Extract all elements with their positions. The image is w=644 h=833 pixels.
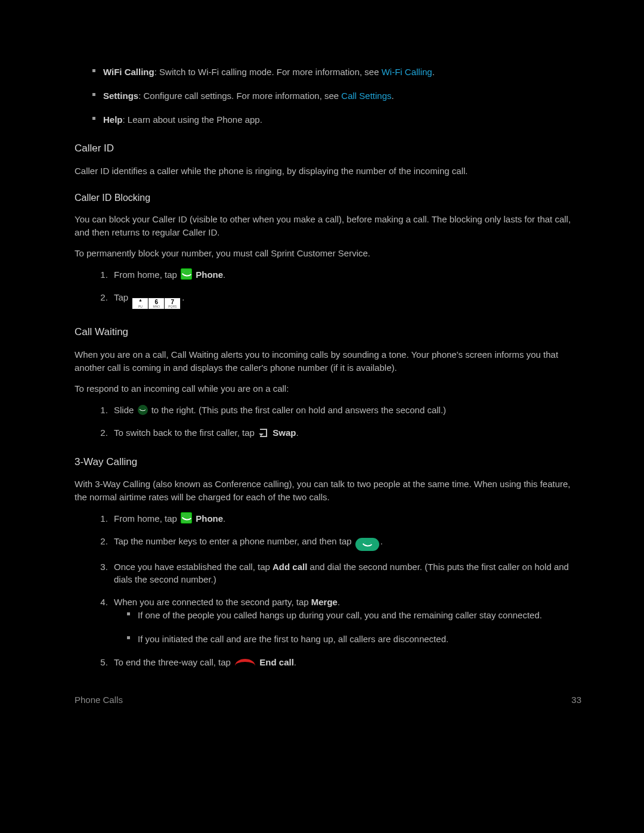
- blocking-step-2: Tap *PU 6MNO 7PQRS .: [110, 291, 581, 310]
- link-call-settings[interactable]: Call Settings: [341, 91, 391, 101]
- step-bold: Add call: [273, 562, 307, 572]
- paragraph-blocking-1: You can block your Caller ID (visible to…: [75, 213, 581, 239]
- document-page: WiFi Calling: Switch to Wi-Fi calling mo…: [0, 0, 644, 833]
- footer-page-number: 33: [571, 693, 581, 707]
- waiting-step-2: To switch back to the first caller, tap …: [110, 426, 581, 439]
- step-text-post: to the right. (This puts the first calle…: [149, 405, 447, 415]
- threeway-step-5: To end the three-way call, tap End call.: [110, 656, 581, 669]
- paragraph-waiting-1: When you are on a call, Call Waiting ale…: [75, 348, 581, 374]
- key-star: *PU: [132, 298, 148, 309]
- step-text-pre: Tap the number keys to enter a phone num…: [114, 536, 354, 546]
- page-footer: Phone Calls 33: [75, 693, 581, 707]
- bullet-text: : Configure call settings. For more info…: [138, 91, 341, 101]
- step-text-post: .: [338, 597, 340, 607]
- threeway-sub-1: If one of the people you called hangs up…: [138, 609, 581, 622]
- step-text-post: .: [223, 513, 225, 524]
- step-text-post: .: [223, 270, 225, 280]
- step-bold: Phone: [196, 513, 223, 524]
- link-wifi-calling[interactable]: Wi-Fi Calling: [382, 67, 432, 77]
- step-text-post: .: [380, 536, 383, 546]
- step-text-pre: From home, tap: [114, 270, 179, 280]
- step-bold: Phone: [196, 270, 223, 280]
- phone-app-icon: [181, 268, 192, 280]
- answer-slide-icon: [138, 405, 148, 415]
- step-text-pre: Once you have established the call, tap: [114, 562, 273, 572]
- step-text-pre: From home, tap: [114, 513, 179, 524]
- step-text-post: .: [294, 657, 296, 667]
- end-call-icon: [235, 658, 255, 667]
- key-6: 6MNO: [148, 298, 164, 309]
- dialpad-keys-icon: *PU 6MNO 7PQRS: [132, 298, 181, 309]
- bullet-wifi-calling: WiFi Calling: Switch to Wi-Fi calling mo…: [103, 66, 581, 79]
- step-text-post: .: [182, 292, 184, 302]
- heading-call-waiting: Call Waiting: [75, 325, 581, 340]
- blocking-step-1: From home, tap Phone.: [110, 268, 581, 281]
- bullet-label: WiFi Calling: [103, 67, 154, 77]
- threeway-step-1: From home, tap Phone.: [110, 512, 581, 525]
- threeway-substeps: If one of the people you called hangs up…: [114, 609, 581, 646]
- bullet-settings: Settings: Configure call settings. For m…: [103, 89, 581, 103]
- heading-caller-id: Caller ID: [75, 141, 581, 156]
- bullet-label: Help: [103, 114, 123, 125]
- threeway-step-3: Once you have established the call, tap …: [110, 561, 581, 587]
- waiting-step-1: Slide to the right. (This puts the first…: [110, 404, 581, 417]
- step-bold: Swap: [273, 428, 296, 438]
- step-bold: End call: [259, 657, 294, 667]
- bullet-label: Settings: [103, 91, 138, 101]
- heading-three-way: 3-Way Calling: [75, 455, 581, 470]
- paragraph-blocking-2: To permanently block your number, you mu…: [75, 247, 581, 260]
- step-text-post: .: [296, 428, 298, 438]
- dial-button-icon: [355, 538, 379, 551]
- threeway-sub-2: If you initiated the call and are the fi…: [138, 633, 581, 646]
- heading-caller-id-blocking: Caller ID Blocking: [75, 191, 581, 205]
- step-text-pre: Tap: [114, 292, 131, 302]
- waiting-steps: Slide to the right. (This puts the first…: [75, 404, 581, 439]
- phone-app-icon: [181, 512, 192, 524]
- bullet-tail: .: [432, 67, 435, 77]
- paragraph-waiting-2: To respond to an incoming call while you…: [75, 382, 581, 395]
- swap-icon: [258, 428, 269, 438]
- key-7: 7PQRS: [165, 298, 180, 309]
- step-text-pre: To end the three-way call, tap: [114, 657, 233, 667]
- step-bold: Merge: [311, 597, 338, 607]
- threeway-step-4: When you are connected to the second par…: [110, 596, 581, 645]
- footer-section-title: Phone Calls: [75, 693, 123, 707]
- bullet-text: : Switch to Wi-Fi calling mode. For more…: [154, 67, 382, 77]
- step-text-pre: When you are connected to the second par…: [114, 597, 311, 607]
- step-text-pre: To switch back to the first caller, tap: [114, 428, 257, 438]
- bullet-tail: .: [392, 91, 394, 101]
- blocking-steps: From home, tap Phone. Tap *PU 6MNO 7PQRS…: [75, 268, 581, 309]
- paragraph-caller-id: Caller ID identifies a caller while the …: [75, 165, 581, 178]
- bullet-text: : Learn about using the Phone app.: [123, 114, 262, 125]
- threeway-steps: From home, tap Phone. Tap the number key…: [75, 512, 581, 669]
- threeway-step-2: Tap the number keys to enter a phone num…: [110, 535, 581, 551]
- feature-bullets: WiFi Calling: Switch to Wi-Fi calling mo…: [75, 66, 581, 126]
- bullet-help: Help: Learn about using the Phone app.: [103, 113, 581, 126]
- paragraph-three-way: With 3-Way Calling (also known as Confer…: [75, 478, 581, 504]
- step-text-pre: Slide: [114, 405, 137, 415]
